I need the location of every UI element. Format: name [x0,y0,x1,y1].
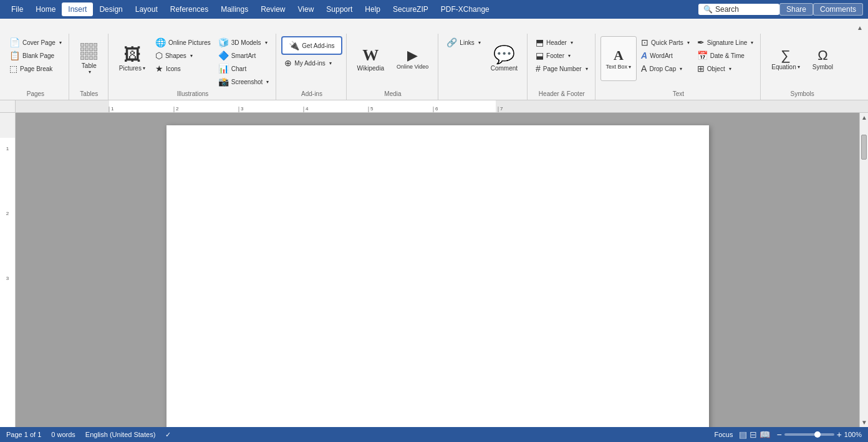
wordart-button[interactable]: A WordArt [638,49,693,62]
comments-button[interactable]: Comments [813,3,863,16]
document-area[interactable] [16,113,859,427]
spelling-check-icon[interactable]: ✓ [165,431,171,439]
screenshot-button[interactable]: 📸 Screenshot ▾ [215,75,272,88]
icons-icon: ★ [155,64,163,73]
object-button[interactable]: ⊞ Object ▾ [694,62,757,75]
read-mode-button[interactable]: 📖 [760,430,770,440]
svg-text:4: 4 [306,106,309,112]
svg-text:3: 3 [241,106,244,112]
equation-button[interactable]: ∑ Equation ▾ [766,36,805,81]
menu-item-view[interactable]: View [292,2,321,16]
drop-cap-button[interactable]: A Drop Cap ▾ [638,62,693,75]
3d-models-button[interactable]: 🧊 3D Models ▾ [215,36,272,49]
my-addins-icon: ⊕ [284,59,292,67]
links-arrow: ▾ [478,40,481,46]
ruler-container: 1 2 3 4 5 6 7 [0,100,868,113]
wikipedia-button[interactable]: W Wikipedia [352,36,390,81]
menu-item-help[interactable]: Help [359,2,387,16]
search-box[interactable]: 🔍 Search [698,4,779,15]
scroll-thumb[interactable] [861,135,867,160]
svg-text:2: 2 [176,106,179,112]
shapes-button[interactable]: ⬡ Shapes ▾ [152,49,214,62]
online-video-button[interactable]: ▶ Online Video [391,36,434,81]
menu-item-securezip[interactable]: SecureZIP [387,2,435,16]
icons-button[interactable]: ★ Icons [152,62,214,75]
zoom-level: 100% [844,431,862,438]
online-pictures-icon: 🌐 [155,38,166,47]
search-icon: 🔍 [703,5,713,14]
header-footer-group-label: Header & Footer [539,90,585,97]
header-icon: ⬒ [536,38,544,47]
smartart-icon: 🔷 [218,51,229,60]
pictures-button[interactable]: 🖼 Pictures ▾ [113,36,151,81]
symbol-button[interactable]: Ω Symbol [807,36,839,81]
menu-item-file[interactable]: File [5,2,29,16]
menu-item-insert[interactable]: Insert [62,2,93,16]
page-number-icon: # [536,64,541,73]
comment-button[interactable]: 💬 Comment [485,36,523,81]
word-count: 0 words [51,431,75,438]
quick-parts-arrow: ▾ [687,40,690,46]
blank-page-button[interactable]: 📋 Blank Page [6,49,65,62]
svg-text:1: 1 [111,106,114,112]
screenshot-arrow: ▾ [266,79,269,85]
blank-page-icon: 📋 [9,51,20,60]
page-break-button[interactable]: ⬚ Page Break [6,62,65,75]
menu-item-layout[interactable]: Layout [129,2,164,16]
text-box-button[interactable]: A Text Box ▾ [600,36,637,81]
ribbon: ▲ 📄 Cover Page ▾ 📋 Blank Page ⬚ [0,19,868,100]
zoom-in-button[interactable]: + [837,430,842,440]
menu-item-design[interactable]: Design [93,2,128,16]
online-pictures-button[interactable]: 🌐 Online Pictures [152,36,214,49]
table-button[interactable]: Table ▾ [74,36,104,81]
page-number-button[interactable]: # Page Number ▾ [533,62,591,75]
scrollbar-vertical[interactable]: ▲ ▼ [859,113,868,427]
signature-line-button[interactable]: ✒ Signature Line ▾ [694,36,757,49]
footer-icon: ⬓ [536,51,544,60]
zoom-slider[interactable] [784,433,834,436]
text-box-icon: A [614,47,624,64]
menu-item-home[interactable]: Home [29,2,62,16]
view-icons: ▤ ⊟ 📖 [739,430,770,440]
footer-button[interactable]: ⬓ Footer ▾ [533,49,591,62]
smartart-button[interactable]: 🔷 SmartArt [215,49,272,62]
links-button[interactable]: 🔗 Links ▾ [443,36,483,49]
scroll-down-button[interactable]: ▼ [860,418,868,427]
print-layout-view-button[interactable]: ▤ [739,430,747,440]
date-time-button[interactable]: 📅 Date & Time [694,49,757,62]
svg-rect-17 [0,138,16,427]
my-addins-button[interactable]: ⊕ My Add-ins ▾ [281,57,342,69]
addins-group-label: Add-ins [301,90,322,97]
3d-models-icon: 🧊 [218,38,229,47]
svg-text:1: 1 [6,146,9,151]
menu-item-review[interactable]: Review [254,2,291,16]
ribbon-collapse-button[interactable]: ▲ [854,24,866,32]
quick-parts-icon: ⊡ [641,38,649,47]
menu-item-pdfxchange[interactable]: PDF-XChange [435,2,496,16]
share-button[interactable]: Share [779,3,813,16]
ribbon-group-header-footer: ⬒ Header ▾ ⬓ Footer ▾ # Page Number ▾ [529,34,596,100]
links-icon: 🔗 [446,38,457,47]
cover-page-icon: 📄 [9,38,20,47]
pages-group-label: Pages [27,90,44,97]
zoom-out-button[interactable]: − [776,430,781,440]
ribbon-group-media: W Wikipedia ▶ Online Video Media [348,34,439,100]
menu-item-support[interactable]: Support [320,2,359,16]
quick-parts-button[interactable]: ⊡ Quick Parts ▾ [638,36,693,49]
symbol-icon: Ω [817,47,827,64]
media-group-label: Media [384,90,401,97]
document-page[interactable] [166,125,709,427]
menu-item-mailings[interactable]: Mailings [215,2,254,16]
menu-item-references[interactable]: References [164,2,215,16]
svg-text:7: 7 [500,106,503,112]
web-layout-view-button[interactable]: ⊟ [750,430,757,440]
focus-button[interactable]: Focus [715,431,733,438]
main-area: 1 2 3 ▲ ▼ [0,113,868,427]
get-addins-button[interactable]: 🔌 Get Add-ins [281,36,342,55]
scroll-up-button[interactable]: ▲ [860,113,868,122]
wikipedia-icon: W [362,46,379,65]
chart-button[interactable]: 📊 Chart [215,62,272,75]
zoom-thumb[interactable] [814,431,821,438]
header-button[interactable]: ⬒ Header ▾ [533,36,591,49]
cover-page-button[interactable]: 📄 Cover Page ▾ [6,36,65,49]
